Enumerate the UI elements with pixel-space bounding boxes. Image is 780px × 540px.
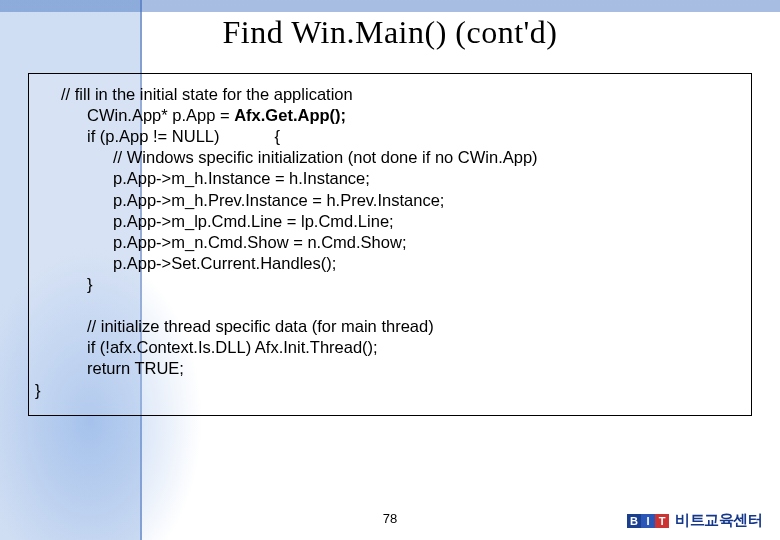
code-line: if (p.App != NULL) { [35, 126, 745, 147]
code-line: return TRUE; [35, 358, 745, 379]
code-text: { [275, 127, 281, 145]
slide-title: Find Win.Main() (cont'd) [0, 14, 780, 51]
code-line: p.App->Set.Current.Handles(); [35, 253, 745, 274]
code-line: p.App->m_h.Prev.Instance = h.Prev.Instan… [35, 190, 745, 211]
code-line: p.App->m_n.Cmd.Show = n.Cmd.Show; [35, 232, 745, 253]
brand-logo-letter: B [627, 514, 641, 528]
code-line: if (!afx.Context.Is.DLL) Afx.Init.Thread… [35, 337, 745, 358]
code-line: // initialize thread specific data (for … [35, 316, 745, 337]
code-line: CWin.App* p.App = Afx.Get.App(); [35, 105, 745, 126]
code-line: // Windows specific initialization (not … [35, 147, 745, 168]
brand-footer: B I T 비트교육센터 [627, 511, 762, 530]
brand-text: 비트교육센터 [675, 511, 762, 530]
brand-logo: B I T [627, 514, 669, 528]
brand-logo-letter: I [641, 514, 655, 528]
code-blank [35, 295, 745, 316]
code-line: p.App->m_h.Instance = h.Instance; [35, 168, 745, 189]
code-emph: Afx.Get.App(); [234, 106, 346, 124]
code-line: } [35, 380, 745, 401]
code-box: // fill in the initial state for the app… [28, 73, 752, 416]
code-text: CWin.App* p.App = [87, 106, 234, 124]
code-line: p.App->m_lp.Cmd.Line = lp.Cmd.Line; [35, 211, 745, 232]
code-line: } [35, 274, 745, 295]
brand-logo-letter: T [655, 514, 669, 528]
code-text [220, 127, 275, 145]
code-line: // fill in the initial state for the app… [35, 84, 745, 105]
code-text: if (p.App != NULL) [87, 127, 220, 145]
